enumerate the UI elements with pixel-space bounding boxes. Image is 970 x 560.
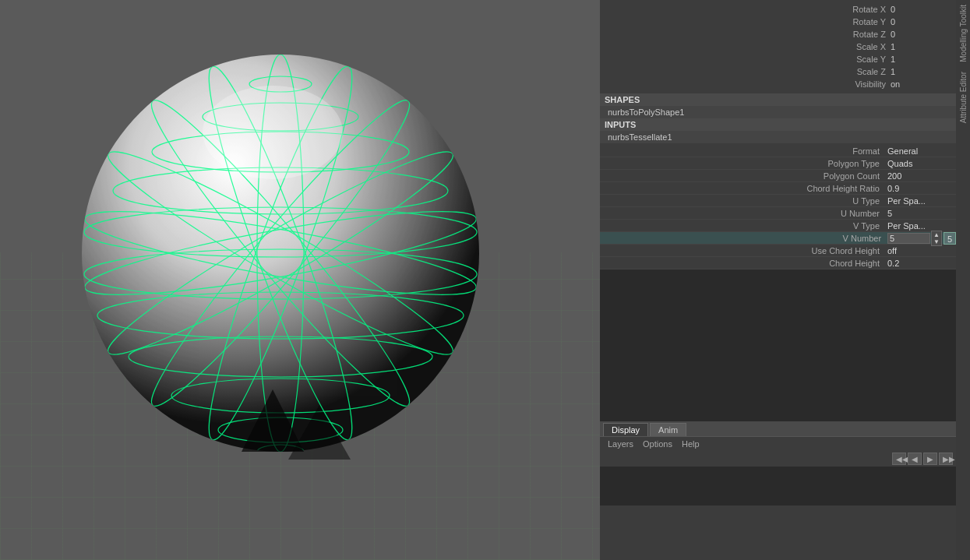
use-chord-height-row: Use Chord Height off (600, 245, 956, 257)
nav-first-button[interactable]: ◀◀ (892, 453, 906, 465)
svg-point-22 (203, 86, 343, 179)
u-type-label: U Type (600, 196, 886, 206)
rotate-y-value: 0 (891, 17, 953, 26)
sub-tab-options[interactable]: Options (638, 438, 677, 449)
scale-x-row: Scale X 1 (600, 41, 956, 53)
spinner-down-icon[interactable]: ▼ (933, 238, 940, 245)
rotate-x-value: 0 (891, 5, 953, 14)
polygon-count-label: Polygon Count (600, 171, 886, 181)
v-number-label: V Number (600, 234, 887, 243)
vertical-strip: Modelling Toolkit Attribute Editor (956, 0, 970, 560)
scale-z-value: 1 (891, 67, 953, 76)
v-number-row[interactable]: V Number ▲ ▼ 5 (600, 232, 956, 245)
chord-height-ratio-value: 0.9 (886, 184, 956, 193)
scale-x-value: 1 (891, 42, 953, 51)
bottom-dark-area (600, 467, 956, 505)
visibility-label: Visibility (603, 79, 891, 89)
polygon-type-value: Quads (886, 159, 956, 168)
rotate-x-row: Rotate X 0 (600, 3, 956, 16)
inputs-header: INPUTS (600, 118, 956, 131)
rotate-z-value: 0 (891, 30, 953, 39)
modelling-toolkit-label: Modelling Toolkit (958, 0, 969, 67)
nav-prev-button[interactable]: ◀ (908, 453, 922, 465)
v-number-input[interactable] (887, 233, 930, 244)
chord-height-label: Chord Height (600, 259, 886, 268)
sub-tab-help[interactable]: Help (677, 438, 704, 449)
v-type-value: Per Spa... (886, 221, 956, 231)
rotate-y-label: Rotate Y (603, 17, 891, 26)
right-panel: Rotate X 0 Rotate Y 0 Rotate Z 0 Scale X… (600, 0, 970, 560)
polygon-type-row: Polygon Type Quads (600, 157, 956, 170)
chord-height-value: 0.2 (886, 259, 956, 268)
use-chord-height-value: off (886, 246, 956, 255)
v-type-label: V Type (600, 221, 886, 231)
v-number-badge[interactable]: 5 (944, 232, 956, 245)
rotate-y-row: Rotate Y 0 (600, 16, 956, 28)
rotate-z-row: Rotate Z 0 (600, 28, 956, 41)
polygon-count-value: 200 (886, 171, 956, 181)
u-number-row: U Number 5 (600, 207, 956, 220)
tab-display[interactable]: Display (603, 423, 648, 436)
shapes-item[interactable]: nurbsToPolyShape1 (600, 106, 956, 118)
scale-x-label: Scale X (603, 42, 891, 51)
inputs-item[interactable]: nurbsTessellate1 (600, 131, 956, 143)
scale-y-row: Scale Y 1 (600, 53, 956, 65)
use-chord-height-label: Use Chord Height (600, 246, 886, 255)
v-number-value-container[interactable]: ▲ ▼ 5 (887, 231, 956, 246)
nav-next-button[interactable]: ▶ (923, 453, 937, 465)
u-type-value: Per Spa... (886, 196, 956, 206)
sphere-container (62, 31, 499, 491)
scale-z-label: Scale Z (603, 67, 891, 76)
scale-z-row: Scale Z 1 (600, 65, 956, 78)
scale-y-label: Scale Y (603, 55, 891, 64)
3d-viewport[interactable] (0, 0, 600, 560)
v-number-spinner[interactable]: ▲ ▼ (931, 231, 942, 246)
preview-area (600, 269, 956, 421)
tabs-area: Display Anim Layers Options Help ◀◀ ◀ ▶ … (600, 421, 956, 505)
transform-section: Rotate X 0 Rotate Y 0 Rotate Z 0 Scale X… (600, 0, 956, 93)
u-number-value: 5 (886, 209, 956, 218)
chord-height-ratio-label: Chord Height Ratio (600, 184, 886, 193)
visibility-value: on (891, 79, 953, 89)
sub-tabs: Layers Options Help (600, 437, 956, 451)
format-row: Format General (600, 145, 956, 157)
chord-height-row: Chord Height 0.2 (600, 257, 956, 269)
nav-last-button[interactable]: ▶▶ (939, 453, 953, 465)
main-tabs: Display Anim (600, 421, 956, 437)
rotate-z-label: Rotate Z (603, 30, 891, 39)
format-value: General (886, 146, 956, 156)
sub-tab-layers[interactable]: Layers (603, 438, 638, 449)
format-label: Format (600, 146, 886, 156)
chord-height-ratio-row: Chord Height Ratio 0.9 (600, 182, 956, 195)
visibility-row: Visibility on (600, 78, 956, 90)
attribute-editor-label: Attribute Editor (958, 67, 969, 128)
attribute-main: Rotate X 0 Rotate Y 0 Rotate Z 0 Scale X… (600, 0, 956, 560)
nav-buttons: ◀◀ ◀ ▶ ▶▶ (600, 451, 956, 467)
u-number-label: U Number (600, 209, 886, 218)
tab-anim[interactable]: Anim (650, 423, 686, 436)
polygon-count-row: Polygon Count 200 (600, 170, 956, 182)
rotate-x-label: Rotate X (603, 5, 891, 14)
u-type-row: U Type Per Spa... (600, 195, 956, 207)
spinner-up-icon[interactable]: ▲ (933, 231, 940, 238)
scale-y-value: 1 (891, 55, 953, 64)
shapes-header: SHAPES (600, 93, 956, 106)
polygon-type-label: Polygon Type (600, 159, 886, 168)
